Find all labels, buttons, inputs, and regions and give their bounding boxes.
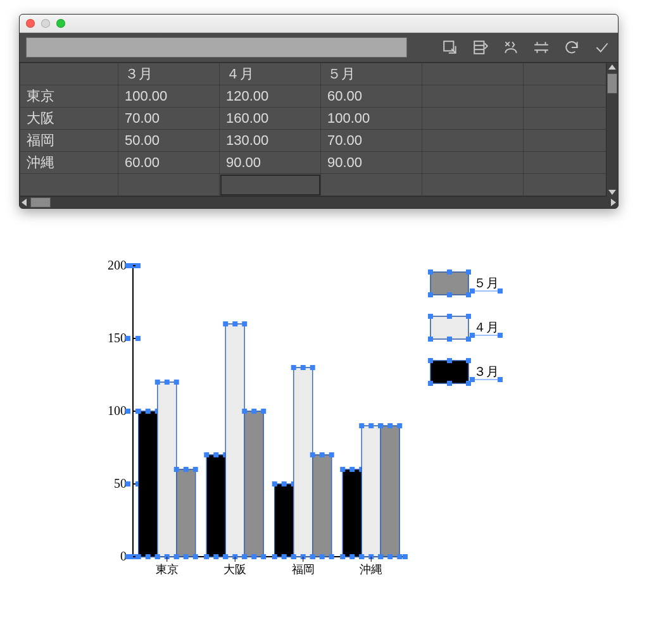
row-header[interactable]: 沖縄 xyxy=(20,152,118,174)
svg-rect-134 xyxy=(466,358,471,363)
svg-rect-120 xyxy=(498,288,503,294)
data-cell[interactable]: 70.00 xyxy=(118,108,220,130)
data-cell[interactable] xyxy=(524,130,619,152)
column-header[interactable]: ４月 xyxy=(220,63,321,85)
bar[interactable] xyxy=(206,455,225,557)
bar[interactable] xyxy=(225,324,244,557)
data-cell[interactable]: 50.00 xyxy=(118,130,220,152)
close-window-button[interactable] xyxy=(26,19,35,28)
data-cell[interactable]: 120.00 xyxy=(220,85,321,108)
data-cell[interactable] xyxy=(422,152,524,174)
svg-rect-75 xyxy=(291,365,296,370)
svg-rect-87 xyxy=(329,554,334,559)
legend-swatch[interactable] xyxy=(430,316,468,339)
bar[interactable] xyxy=(244,411,263,557)
apply-icon[interactable] xyxy=(593,38,612,57)
data-cell[interactable]: 100.00 xyxy=(118,85,220,108)
bar[interactable] xyxy=(361,426,380,557)
svg-rect-28 xyxy=(146,554,151,559)
data-cell[interactable] xyxy=(118,174,220,196)
window-titlebar xyxy=(20,15,618,33)
data-cell[interactable] xyxy=(524,108,619,130)
svg-rect-108 xyxy=(387,554,393,559)
scroll-left-icon[interactable] xyxy=(22,199,27,206)
row-header[interactable]: 東京 xyxy=(20,85,118,108)
legend-label: ３月 xyxy=(474,364,499,378)
zoom-window-button[interactable] xyxy=(56,19,65,28)
data-cell[interactable] xyxy=(524,85,619,108)
scroll-up-icon[interactable] xyxy=(608,65,616,70)
data-cell[interactable] xyxy=(422,174,524,196)
data-cell[interactable]: 160.00 xyxy=(220,108,321,130)
bar[interactable] xyxy=(342,469,361,557)
data-grid[interactable]: ３月 ４月 ５月 東京 100.00 120.00 60.00 大阪 70.00… xyxy=(20,63,618,208)
legend-label: ５月 xyxy=(474,276,499,290)
data-cell[interactable]: 100.00 xyxy=(321,108,422,130)
svg-rect-72 xyxy=(282,554,287,559)
svg-rect-105 xyxy=(387,423,393,428)
bar[interactable] xyxy=(158,382,177,557)
data-cell[interactable]: 90.00 xyxy=(220,152,321,174)
vertical-scrollbar[interactable] xyxy=(606,63,618,197)
data-cell[interactable] xyxy=(422,130,524,152)
row-header[interactable]: 福岡 xyxy=(20,130,118,152)
data-cell[interactable] xyxy=(422,108,524,130)
cell-style-icon[interactable] xyxy=(532,38,551,57)
bar[interactable] xyxy=(275,484,294,557)
scroll-thumb[interactable] xyxy=(607,73,617,94)
column-header[interactable] xyxy=(524,63,619,85)
swap-xy-icon[interactable] xyxy=(501,38,520,57)
data-cell[interactable] xyxy=(524,152,619,174)
data-cell[interactable]: 60.00 xyxy=(118,152,220,174)
row-header[interactable] xyxy=(20,174,118,196)
data-cell[interactable] xyxy=(321,174,422,196)
bar[interactable] xyxy=(294,368,313,557)
data-cell[interactable] xyxy=(524,174,619,196)
svg-rect-77 xyxy=(310,365,315,370)
scroll-thumb[interactable] xyxy=(30,197,51,207)
data-cell sel-cell[interactable] xyxy=(220,174,321,196)
data-cell[interactable]: 60.00 xyxy=(321,85,422,108)
column-header[interactable] xyxy=(422,63,524,85)
transpose-data-icon[interactable] xyxy=(471,38,490,57)
minimize-window-button[interactable] xyxy=(41,19,50,28)
svg-rect-15 xyxy=(125,409,130,414)
bar[interactable] xyxy=(313,455,332,557)
svg-rect-69 xyxy=(282,481,287,486)
bar[interactable] xyxy=(380,426,399,557)
column-header[interactable]: ５月 xyxy=(321,63,422,85)
svg-rect-68 xyxy=(272,481,277,486)
column-header[interactable]: ３月 xyxy=(118,63,220,85)
scroll-right-icon[interactable] xyxy=(611,199,616,206)
svg-rect-47 xyxy=(213,452,218,457)
scroll-down-icon[interactable] xyxy=(608,190,616,195)
svg-rect-112 xyxy=(428,269,433,275)
data-cell[interactable] xyxy=(422,85,524,108)
data-cell[interactable]: 130.00 xyxy=(220,130,321,152)
svg-rect-104 xyxy=(378,423,383,428)
svg-rect-85 xyxy=(310,554,315,559)
row-header[interactable]: 大阪 xyxy=(20,108,118,130)
svg-rect-106 xyxy=(397,423,402,428)
cell-entry-input[interactable] xyxy=(26,37,407,58)
x-tick-label: 東京 xyxy=(156,563,179,576)
svg-rect-32 xyxy=(165,380,170,385)
import-data-icon[interactable] xyxy=(441,38,460,57)
svg-rect-94 xyxy=(349,554,355,559)
svg-rect-97 xyxy=(359,423,364,428)
svg-rect-125 xyxy=(428,337,433,342)
svg-rect-38 xyxy=(174,467,179,472)
bar[interactable] xyxy=(139,411,158,557)
svg-rect-22 xyxy=(135,263,141,268)
svg-rect-113 xyxy=(447,269,452,275)
legend-swatch[interactable] xyxy=(430,272,468,295)
revert-icon[interactable] xyxy=(562,38,581,57)
svg-rect-90 xyxy=(340,467,345,472)
legend-swatch[interactable] xyxy=(430,361,468,383)
horizontal-scrollbar[interactable] xyxy=(20,196,618,208)
bar-chart[interactable]: 050100150200東京大阪福岡沖縄５月４月３月 xyxy=(95,259,525,588)
header-blank[interactable] xyxy=(20,63,118,85)
data-cell[interactable]: 90.00 xyxy=(321,152,422,174)
bar[interactable] xyxy=(177,469,196,557)
data-cell[interactable]: 70.00 xyxy=(321,130,422,152)
